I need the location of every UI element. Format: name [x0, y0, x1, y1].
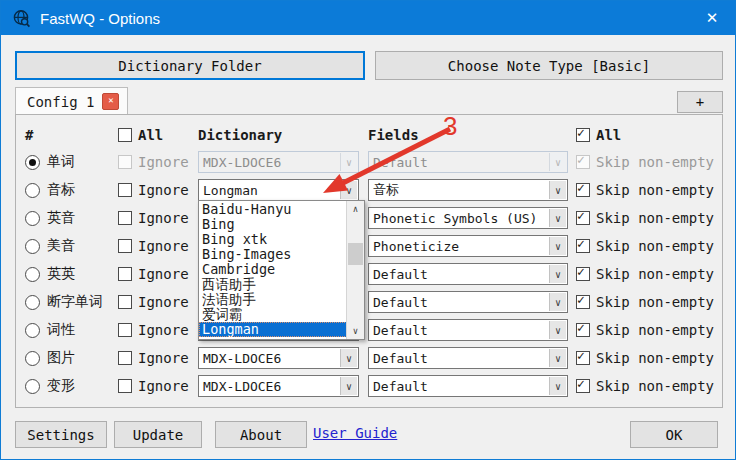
- dictionary-select[interactable]: MDX-LDOCE6∨: [198, 347, 359, 369]
- scroll-down-icon[interactable]: ∨: [347, 323, 364, 339]
- row-radio[interactable]: [25, 239, 40, 254]
- chevron-down-icon: ∨: [549, 321, 566, 339]
- row-radio[interactable]: [25, 351, 40, 366]
- check-icon: ✓: [577, 237, 585, 251]
- dropdown-item[interactable]: 法语助手: [199, 292, 347, 307]
- close-icon: ✕: [706, 9, 719, 27]
- dictionary-select[interactable]: MDX-LDOCE6∨: [198, 375, 359, 397]
- titlebar: FastWQ - Options ✕: [1, 1, 735, 35]
- row-radio[interactable]: [25, 183, 40, 198]
- fields-select[interactable]: Default∨: [368, 263, 568, 285]
- fields-value: Default: [373, 155, 428, 170]
- check-icon: ✓: [577, 321, 585, 335]
- fields-select[interactable]: 音标∨: [368, 179, 568, 201]
- chevron-down-icon: ∨: [549, 209, 566, 227]
- row-radio[interactable]: [25, 295, 40, 310]
- check-icon: ✓: [577, 181, 585, 195]
- fields-value: Default: [373, 295, 428, 310]
- chevron-down-icon: ∨: [549, 265, 566, 283]
- chevron-down-icon: ∨: [549, 349, 566, 367]
- ok-button[interactable]: OK: [630, 421, 718, 448]
- table-row: 单词 Ignore MDX-LDOCE6∨ Default∨ ✓Skip non…: [25, 148, 722, 176]
- about-button[interactable]: About: [215, 421, 307, 448]
- ignore-checkbox[interactable]: [118, 183, 132, 197]
- skip-checkbox[interactable]: ✓: [576, 211, 590, 225]
- dropdown-item[interactable]: Bing: [199, 217, 347, 232]
- fields-value: Default: [373, 351, 428, 366]
- row-radio[interactable]: [25, 211, 40, 226]
- skip-label: Skip non-empty: [596, 266, 714, 282]
- check-icon: ✓: [577, 209, 585, 223]
- fields-select[interactable]: Phonetic Symbols (US)∨: [368, 207, 568, 229]
- dropdown-item[interactable]: Bing-Images: [199, 247, 347, 262]
- skip-checkbox[interactable]: ✓: [576, 183, 590, 197]
- skip-checkbox[interactable]: ✓: [576, 267, 590, 281]
- dictionary-folder-button[interactable]: Dictionary Folder: [15, 51, 365, 80]
- ignore-checkbox[interactable]: [118, 239, 132, 253]
- dropdown-item[interactable]: Baidu-Hanyu: [199, 202, 347, 217]
- fields-select[interactable]: Default∨: [368, 291, 568, 313]
- dropdown-scrollbar[interactable]: ∧ ∨: [346, 201, 364, 339]
- dropdown-item-selected[interactable]: Longman: [199, 322, 347, 337]
- row-label: 变形: [47, 377, 75, 395]
- add-tab-button[interactable]: +: [677, 91, 723, 113]
- dropdown-item[interactable]: 西语助手: [199, 277, 347, 292]
- ignore-checkbox[interactable]: [118, 267, 132, 281]
- all-ignore-checkbox[interactable]: [118, 128, 132, 142]
- ignore-checkbox[interactable]: [118, 379, 132, 393]
- ignore-checkbox[interactable]: [118, 295, 132, 309]
- row-label: 词性: [47, 321, 75, 339]
- update-button[interactable]: Update: [114, 421, 202, 448]
- user-guide-link[interactable]: User Guide: [313, 425, 397, 441]
- row-label: 音标: [47, 181, 75, 199]
- fields-select[interactable]: Default∨: [368, 375, 568, 397]
- close-button[interactable]: ✕: [689, 1, 735, 35]
- fields-value: Phonetic Symbols (US): [373, 211, 537, 226]
- check-icon: ✓: [577, 377, 585, 391]
- choose-note-type-button[interactable]: Choose Note Type [Basic]: [375, 51, 723, 80]
- scrollbar-thumb[interactable]: [348, 243, 363, 265]
- tab-config-1[interactable]: Config 1 ✕: [15, 87, 128, 115]
- dictionary-dropdown-list: Baidu-Hanyu Bing Bing xtk Bing-Images Ca…: [198, 200, 365, 340]
- skip-checkbox[interactable]: ✓: [576, 351, 590, 365]
- dictionary-value: MDX-LDOCE6: [203, 155, 281, 170]
- ignore-label: Ignore: [138, 210, 189, 226]
- ignore-checkbox[interactable]: [118, 351, 132, 365]
- ignore-label: Ignore: [138, 294, 189, 310]
- dictionary-select[interactable]: MDX-LDOCE6∨: [198, 151, 359, 173]
- dropdown-item[interactable]: Bing xtk: [199, 232, 347, 247]
- row-label: 英音: [47, 209, 75, 227]
- ignore-checkbox[interactable]: [118, 211, 132, 225]
- dictionary-select-open[interactable]: Longman∨: [198, 179, 359, 201]
- skip-checkbox[interactable]: ✓: [576, 155, 590, 169]
- options-window: FastWQ - Options ✕ Dictionary Folder Cho…: [0, 0, 736, 460]
- dropdown-item[interactable]: Cambridge: [199, 262, 347, 277]
- row-label: 英英: [47, 265, 75, 283]
- skip-checkbox[interactable]: ✓: [576, 239, 590, 253]
- fields-select[interactable]: Default∨: [368, 151, 568, 173]
- fields-value: Default: [373, 379, 428, 394]
- all-skip-checkbox[interactable]: ✓: [576, 128, 590, 142]
- ignore-label: Ignore: [138, 238, 189, 254]
- dropdown-item[interactable]: 爱词霸: [199, 307, 347, 322]
- skip-checkbox[interactable]: ✓: [576, 295, 590, 309]
- fields-select[interactable]: Phoneticize∨: [368, 235, 568, 257]
- table-row: 英英 Ignore ∨ Default∨ ✓Skip non-empty: [25, 260, 722, 288]
- check-icon: ✓: [577, 126, 585, 140]
- row-radio[interactable]: [25, 323, 40, 338]
- chevron-down-icon: ∨: [340, 349, 357, 367]
- skip-checkbox[interactable]: ✓: [576, 323, 590, 337]
- tab-close-icon[interactable]: ✕: [102, 93, 119, 110]
- fields-select[interactable]: Default∨: [368, 319, 568, 341]
- skip-label: Skip non-empty: [596, 322, 714, 338]
- row-radio[interactable]: [25, 155, 40, 170]
- row-radio[interactable]: [25, 379, 40, 394]
- table-row: 英音 Ignore ∨ Phonetic Symbols (US)∨ ✓Skip…: [25, 204, 722, 232]
- scroll-up-icon[interactable]: ∧: [347, 201, 364, 217]
- settings-button[interactable]: Settings: [15, 421, 107, 448]
- skip-checkbox[interactable]: ✓: [576, 379, 590, 393]
- ignore-checkbox[interactable]: [118, 323, 132, 337]
- ignore-checkbox[interactable]: [118, 155, 132, 169]
- row-radio[interactable]: [25, 267, 40, 282]
- fields-select[interactable]: Default∨: [368, 347, 568, 369]
